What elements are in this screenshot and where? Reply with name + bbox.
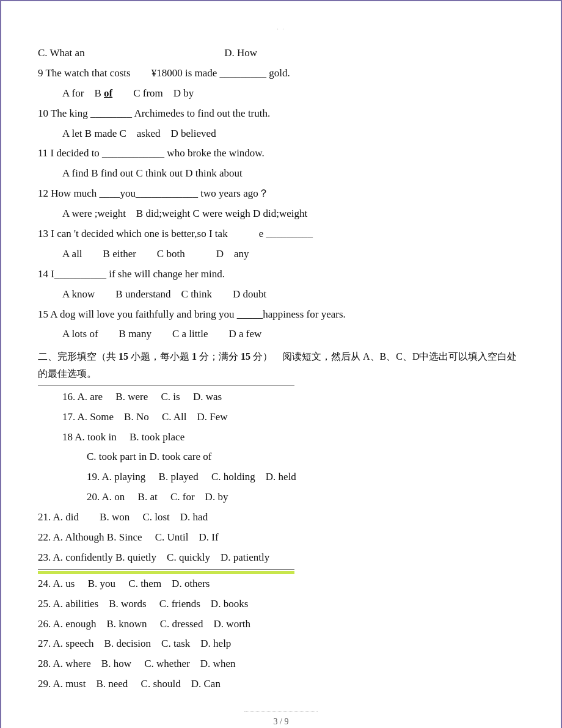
q18a-text: 18 A. took in B. took place <box>62 431 184 443</box>
question-9: 9 The watch that costs ¥18000 is made __… <box>38 65 524 82</box>
question-15: 15 A dog will love you faithfully and br… <box>38 306 524 324</box>
q18b-text: C. took part in D. took care of <box>87 451 211 462</box>
q23-text: 23. A. confidently B. quietly C. quickly… <box>38 551 269 563</box>
q29-text: 29. A. must B. need C. should D. Can <box>38 678 221 690</box>
q15-options-text: A lots of B many C a little D a few <box>62 328 261 340</box>
question-18b: C. took part in D. took care of <box>87 448 524 466</box>
q11-options-text: A find B find out C think out D think ab… <box>62 167 243 179</box>
q13-text: 13 I can 't decided which one is better,… <box>38 228 313 239</box>
q14-text: 14 I__________ if she will change her mi… <box>38 268 225 280</box>
question-29: 29. A. must B. need C. should D. Can <box>38 675 524 693</box>
question-12: 12 How much ____you____________ two year… <box>38 185 524 203</box>
option-c-text: C. What an <box>38 47 85 59</box>
q27-text: 27. A. speech B. decision C. task D. hel… <box>38 638 231 649</box>
q13-options: A all B either C both D any <box>62 246 524 263</box>
section-divider-top <box>38 385 294 386</box>
question-20: 20. A. on B. at C. for D. by <box>87 489 524 506</box>
q14-options-text: A know B understand C think D doubt <box>62 288 266 300</box>
q11-text: 11 I decided to ____________ who broke t… <box>38 147 265 159</box>
q10-options-text: A let B made C asked D believed <box>62 128 216 139</box>
question-10: 10 The king ________ Archimedes to find … <box>38 105 524 123</box>
q9-text: 9 The watch that costs ¥18000 is made __… <box>38 67 290 79</box>
q10-text: 10 The king ________ Archimedes to find … <box>38 107 270 119</box>
question-24: 24. A. us B. you C. them D. others <box>38 575 524 593</box>
question-28: 28. A. where B. how C. whether D. when <box>38 655 524 673</box>
q13-options-text: A all B either C both D any <box>62 248 249 260</box>
question-27: 27. A. speech B. decision C. task D. hel… <box>38 635 524 653</box>
section2-header: 二、完形填空（共 15 小题，每小题 1 分；满分 15 分） 阅读短文，然后从… <box>38 348 524 381</box>
section-divider-mid <box>38 569 294 570</box>
question-25: 25. A. abilities B. words C. friends D. … <box>38 595 524 613</box>
question-16: 16. A. are B. were C. is D. was <box>62 388 524 406</box>
q19-text: 19. A. playing B. played C. holding D. h… <box>87 471 296 482</box>
q17-text: 17. A. Some B. No C. All D. Few <box>62 411 228 423</box>
q12-options-text: A were ;weight B did;weight C were weigh… <box>62 208 307 219</box>
q28-text: 28. A. where B. how C. whether D. when <box>38 658 235 669</box>
question-cd-line: C. What an D. How <box>38 45 524 62</box>
q10-options: A let B made C asked D believed <box>62 125 524 143</box>
highlight-bar-container <box>38 569 524 574</box>
question-23: 23. A. confidently B. quietly C. quickly… <box>38 549 524 567</box>
page-number: 3 / 9 <box>244 712 318 727</box>
option-d-text: D. How <box>224 47 257 59</box>
top-decoration: · · <box>38 26 524 32</box>
question-17: 17. A. Some B. No C. All D. Few <box>62 409 524 426</box>
highlight-bar <box>38 571 294 574</box>
q25-text: 25. A. abilities B. words C. friends D. … <box>38 598 248 610</box>
question-18a: 18 A. took in B. took place <box>62 429 524 446</box>
question-26: 26. A. enough B. known C. dressed D. wor… <box>38 616 524 633</box>
question-11: 11 I decided to ____________ who broke t… <box>38 145 524 162</box>
q9-options: A for B of C from D by <box>62 85 524 103</box>
q22-text: 22. A. Although B. Since C. Until D. If <box>38 531 219 543</box>
q11-options: A find B find out C think out D think ab… <box>62 165 524 183</box>
question-19: 19. A. playing B. played C. holding D. h… <box>87 468 524 486</box>
question-21: 21. A. did B. won C. lost D. had <box>38 509 524 526</box>
q26-text: 26. A. enough B. known C. dressed D. wor… <box>38 618 250 630</box>
q21-text: 21. A. did B. won C. lost D. had <box>38 511 208 523</box>
q12-text: 12 How much ____you____________ two year… <box>38 187 269 199</box>
page: · · C. What an D. How 9 The watch that c… <box>0 0 562 728</box>
content-area: C. What an D. How 9 The watch that costs… <box>38 45 524 693</box>
q16-text: 16. A. are B. were C. is D. was <box>62 391 222 402</box>
q9-options-text: A for B of C from D by <box>62 87 194 99</box>
q24-text: 24. A. us B. you C. them D. others <box>38 578 210 589</box>
question-22: 22. A. Although B. Since C. Until D. If <box>38 529 524 547</box>
question-14: 14 I__________ if she will change her mi… <box>38 266 524 283</box>
q20-text: 20. A. on B. at C. for D. by <box>87 491 228 503</box>
q15-text: 15 A dog will love you faithfully and br… <box>38 308 346 320</box>
q14-options: A know B understand C think D doubt <box>62 286 524 304</box>
q15-options: A lots of B many C a little D a few <box>62 326 524 343</box>
question-13: 13 I can 't decided which one is better,… <box>38 225 524 243</box>
q12-options: A were ;weight B did;weight C were weigh… <box>62 205 524 223</box>
section2-label: 二、完形填空（共 15 小题，每小题 1 分；满分 15 分） 阅读短文，然后从… <box>38 351 517 378</box>
